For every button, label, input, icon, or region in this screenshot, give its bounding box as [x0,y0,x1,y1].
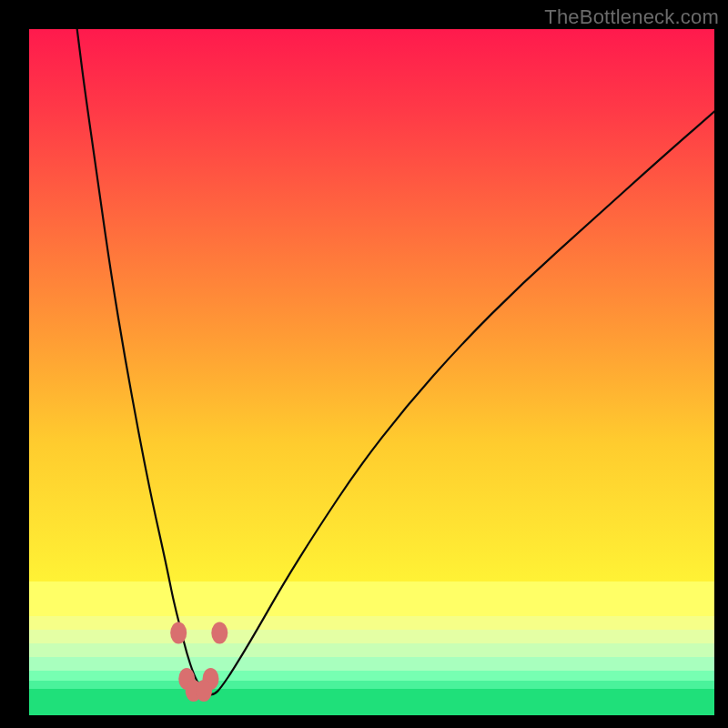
curve-marker [170,622,187,644]
watermark-text: TheBottleneck.com [544,5,719,29]
plot-area [29,29,714,715]
curve-layer [29,29,714,715]
curve-marker [196,680,212,702]
chart-frame: TheBottleneck.com [0,0,728,728]
curve-marker [211,622,228,644]
bottleneck-curve [77,29,714,694]
